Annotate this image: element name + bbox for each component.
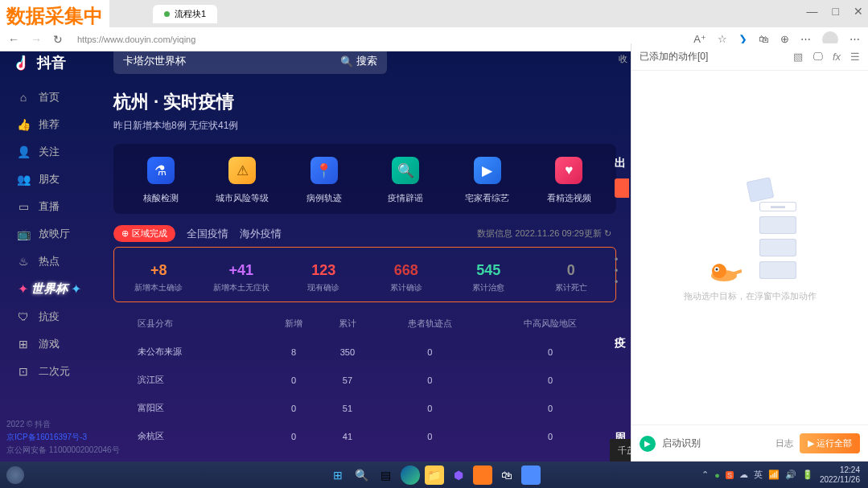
tab-overseas[interactable]: 海外疫情 [240,227,282,241]
douyin-logo-icon [14,53,32,72]
table-cell: 0 [486,423,615,449]
edge-icon[interactable] [401,465,420,485]
chevron-up-icon[interactable]: ⌃ [701,470,709,480]
search-button[interactable]: 🔍 搜索 [340,54,377,68]
ime-icon[interactable]: 英 [754,469,763,481]
close-button[interactable]: ✕ [854,5,863,18]
monitor-icon[interactable]: 🖵 [812,51,823,63]
table-header: 累计 [322,310,374,337]
quick-card[interactable]: ⚠城市风险等级 [202,157,284,204]
sidebar-item-worldcup[interactable]: ✦ 世界杯 ✦ [0,275,99,303]
maximize-button[interactable]: □ [833,5,839,18]
sidebar-icon: ⌂ [16,91,31,104]
app-icon-3[interactable]: 🛍 [497,465,516,485]
table-cell: 富阳区 [115,395,266,421]
onedrive-icon[interactable]: ☁ [739,470,748,480]
sidebar-label: 关注 [39,145,60,159]
system-tray[interactable]: ⌃ ● S ☁ 英 📶 🔊 🔋 [701,469,813,481]
table-cell: 0 [486,338,615,365]
sidebar-item[interactable]: ▭直播 [0,193,99,220]
quick-card[interactable]: 📍病例轨迹 [283,157,365,204]
stat-value: +41 [200,262,283,279]
main-content: 🔍 搜索 收 杭州 · 实时疫情 昨日新增本地8例 无症状41例 ⚗核酸检测⚠城… [99,43,631,461]
quick-card[interactable]: ▶宅家看综艺 [446,157,529,204]
window-controls: — □ ✕ [807,5,863,18]
app-icon-1[interactable]: ⬢ [449,465,468,485]
empty-hint: 拖动选中目标，在浮窗中添加动作 [684,290,817,302]
wifi-icon[interactable]: 📶 [768,470,780,480]
table-cell: 0 [486,395,615,421]
right-peek: 出 ••• 疫 周 [615,156,631,445]
sidebar-item[interactable]: 🛡抗疫 [0,303,99,330]
app-icon-4[interactable] [521,465,541,485]
card-label: 看精选视频 [529,192,611,204]
browser-tab[interactable]: 流程块1 [153,5,217,23]
tray-icon[interactable]: ● [714,470,720,480]
region-pill[interactable]: ⊕ 区域完成 [113,225,175,242]
tab-status-dot [164,11,170,17]
collapse-icon[interactable]: ☰ [850,51,860,63]
quick-card[interactable]: 🔍疫情辟谣 [365,157,447,204]
table-cell: 0 [375,423,484,449]
refresh-button[interactable]: ↻ [53,33,63,46]
sidebar-item[interactable]: ⊞游戏 [0,330,99,358]
app-icon-2[interactable] [473,465,492,485]
browser-chrome: 流程块1 — □ ✕ ← → ↻ https://www.douyin.com/… [0,0,868,43]
sidebar-item[interactable]: ⊡二次元 [0,358,99,385]
explorer-icon[interactable]: 📁 [425,465,444,485]
quick-card[interactable]: ⚗核酸检测 [120,157,202,204]
sidebar-item[interactable]: ⌂首页 [0,84,99,111]
robot-icon [710,253,742,282]
search-bar: 🔍 搜索 [113,48,387,74]
sidebar-icon: 👍 [16,118,31,131]
sidebar-icon: ⊞ [16,338,31,351]
quick-cards: ⚗核酸检测⚠城市风险等级📍病例轨迹🔍疫情辟谣▶宅家看综艺♥看精选视频 [113,144,616,214]
stat-value: 668 [365,262,448,279]
task-view-icon[interactable]: ▤ [376,465,396,485]
sidebar-item[interactable]: ♨热点 [0,248,99,275]
sidebar-item[interactable]: 👤关注 [0,138,99,166]
sidebar-icon: ♨ [16,255,31,268]
volume-icon[interactable]: 🔊 [785,470,796,480]
table-header: 中高风险地区 [486,310,615,337]
sidebar-item[interactable]: 📺放映厅 [0,220,99,248]
stat-cell: 0累计死亡 [530,262,613,293]
fx-icon[interactable]: fx [833,51,841,63]
forward-button[interactable]: → [31,33,42,46]
start-button[interactable]: ⊞ [328,465,348,485]
sidebar-label: 热点 [39,254,60,269]
screenshot-icon[interactable]: ▧ [793,51,803,63]
sidebar-item[interactable]: 👍推荐 [0,111,99,138]
tray-icon[interactable]: S [726,471,734,479]
stat-cell: 123现有确诊 [282,262,365,293]
weather-widget[interactable] [6,466,24,484]
run-all-button[interactable]: ▶ 运行全部 [800,433,860,453]
play-icon[interactable]: ▶ [640,436,656,452]
sidebar-icon: 👥 [16,173,31,186]
search-app-icon[interactable]: 🔍 [352,465,372,485]
card-icon: 📍 [311,157,338,184]
page-title: 杭州 · 实时疫情 [113,90,616,114]
back-button[interactable]: ← [8,33,19,46]
clock[interactable]: 12:24 2022/11/26 [820,465,860,485]
url-input[interactable]: https://www.douyin.com/yiqing [71,33,685,46]
stat-cell: 545累计治愈 [447,262,530,293]
log-link[interactable]: 日志 [775,437,793,449]
minimize-button[interactable]: — [807,5,818,18]
search-input[interactable] [123,55,340,68]
start-recognize-label[interactable]: 启动识别 [662,437,769,450]
card-label: 疫情辟谣 [365,192,447,204]
table-header: 新增 [268,310,320,337]
panel-body: ▬▬ 拖动选中目标，在浮窗中添加动作 [631,71,868,424]
sidebar-item[interactable]: 👥朋友 [0,166,99,193]
quick-card[interactable]: ♥看精选视频 [529,157,611,204]
stat-value: 123 [282,262,365,279]
taskbar: ⊞ 🔍 ▤ 📁 ⬢ 🛍 ⌃ ● S ☁ 英 📶 🔊 🔋 12:24 2022/1… [0,461,868,488]
table-cell: 0 [375,395,484,421]
sidebar-label: 朋友 [39,172,60,187]
battery-icon[interactable]: 🔋 [802,470,813,480]
search-icon: 🔍 [340,55,353,68]
logo[interactable]: 抖音 [0,53,99,84]
stat-cell: +8新增本土确诊 [117,262,200,293]
tab-national[interactable]: 全国疫情 [187,227,228,241]
